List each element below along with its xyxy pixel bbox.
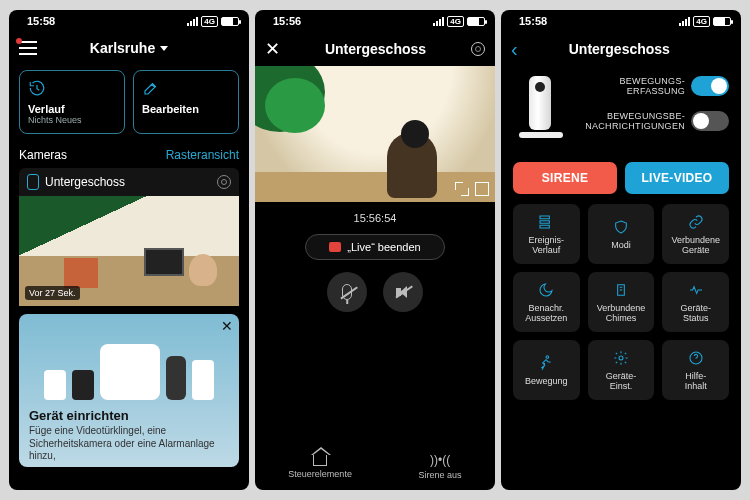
nav-controls-label: Steuerelemente: [288, 469, 352, 479]
gear-icon: [613, 350, 629, 366]
status-time: 15:58: [519, 15, 547, 27]
svg-point-0: [619, 356, 623, 360]
tile-help[interactable]: Hilfe- Inhalt: [662, 340, 729, 400]
mic-off-icon: [342, 284, 352, 300]
setup-promo-card[interactable]: ✕ Gerät einrichten Füge eine Videotürkli…: [19, 314, 239, 467]
tile-device-status[interactable]: Geräte- Status: [662, 272, 729, 332]
heartbeat-icon: [688, 282, 704, 298]
tile-label: Verbundene Chimes: [597, 303, 646, 323]
edit-icon: [142, 79, 230, 97]
nav-controls[interactable]: Steuerelemente: [288, 454, 352, 479]
camera-name: Untergeschoss: [45, 175, 125, 189]
live-video-button[interactable]: LIVE-VIDEO: [625, 162, 729, 194]
motion-detection-toggle[interactable]: BEWEGUNGS- ERFASSUNG: [577, 76, 729, 97]
tile-linked-devices[interactable]: Verbundene Geräte: [662, 204, 729, 264]
network-badge: 4G: [693, 16, 710, 27]
live-title: Untergeschoss: [325, 41, 426, 57]
history-icon: [538, 214, 554, 230]
tile-label: Hilfe- Inhalt: [685, 371, 707, 391]
running-icon: [538, 355, 554, 371]
nav-siren-label: Sirene aus: [419, 470, 462, 480]
tile-label: Modi: [611, 240, 631, 250]
stop-icon: [329, 242, 341, 252]
camera-header[interactable]: Untergeschoss: [19, 168, 239, 196]
promo-art: [29, 324, 229, 400]
end-live-label: „Live“ beenden: [347, 241, 420, 253]
bottom-nav: Steuerelemente ))•(( Sirene aus: [255, 446, 495, 486]
tile-label: Benachr. Aussetzen: [525, 303, 567, 323]
nav-siren[interactable]: ))•(( Sirene aus: [419, 453, 462, 480]
battery-icon: [467, 17, 485, 26]
status-bar: 15:58 4G: [501, 10, 741, 32]
settings-icon[interactable]: [471, 42, 485, 56]
history-label: Verlauf: [28, 103, 116, 115]
notification-dot: [16, 38, 22, 44]
tile-label: Verbundene Geräte: [671, 235, 720, 255]
signal-icon: [187, 17, 198, 26]
tile-event-history[interactable]: Ereignis- Verlauf: [513, 204, 580, 264]
history-tile[interactable]: Verlauf Nichts Neues: [19, 70, 125, 134]
link-icon: [688, 214, 704, 230]
screen-device-settings: 15:58 4G ‹ Untergeschoss BEWEGUNGS- ERFA…: [501, 10, 741, 490]
promo-title: Gerät einrichten: [29, 408, 229, 423]
promo-close-icon[interactable]: ✕: [221, 318, 233, 334]
live-timestamp: 15:56:54: [255, 212, 495, 224]
speaker-off-icon: [396, 286, 410, 298]
motion-notification-label: BEWEGUNGSBE- NACHRICHTIGUNGEN: [577, 111, 685, 132]
switch-on[interactable]: [691, 76, 729, 96]
end-live-button[interactable]: „Live“ beenden: [305, 234, 445, 260]
home-icon: [313, 454, 327, 466]
tile-motion[interactable]: Bewegung: [513, 340, 580, 400]
motion-notification-toggle[interactable]: BEWEGUNGSBE- NACHRICHTIGUNGEN: [577, 111, 729, 132]
fullscreen-icon[interactable]: [475, 182, 489, 196]
screen-live-view: 15:56 4G ✕ Untergeschoss 15:56:54 „Live“…: [255, 10, 495, 490]
tile-linked-chimes[interactable]: Verbundene Chimes: [588, 272, 655, 332]
network-badge: 4G: [201, 16, 218, 27]
history-icon: [28, 79, 116, 97]
menu-button[interactable]: [19, 41, 37, 55]
signal-icon: [679, 17, 690, 26]
moon-icon: [538, 282, 554, 298]
camera-preview[interactable]: Vor 27 Sek.: [19, 196, 239, 306]
edit-label: Bearbeiten: [142, 103, 230, 115]
device-title: Untergeschoss: [508, 41, 731, 57]
mute-mic-button[interactable]: [327, 272, 367, 312]
shield-icon: [613, 219, 629, 235]
switch-off[interactable]: [691, 111, 729, 131]
camera-settings-icon[interactable]: [217, 175, 231, 189]
pip-icon[interactable]: [455, 182, 469, 196]
status-time: 15:56: [273, 15, 301, 27]
close-button[interactable]: ✕: [265, 38, 280, 60]
edit-tile[interactable]: Bearbeiten: [133, 70, 239, 134]
tile-device-settings[interactable]: Geräte- Einst.: [588, 340, 655, 400]
battery-icon: [713, 17, 731, 26]
tile-label: Geräte- Einst.: [606, 371, 637, 391]
mute-speaker-button[interactable]: [383, 272, 423, 312]
question-icon: [688, 350, 704, 366]
preview-timestamp: Vor 27 Sek.: [25, 286, 80, 300]
network-badge: 4G: [447, 16, 464, 27]
tile-label: Ereignis- Verlauf: [529, 235, 565, 255]
grid-view-link[interactable]: Rasteransicht: [166, 148, 239, 162]
chime-icon: [613, 282, 629, 298]
battery-icon: [221, 17, 239, 26]
promo-text: Füge eine Videotürklingel, eine Sicherhe…: [29, 425, 229, 463]
tile-label: Geräte- Status: [680, 303, 711, 323]
cameras-heading: Kameras: [19, 148, 67, 162]
device-image: [513, 72, 569, 152]
siren-button[interactable]: SIRENE: [513, 162, 617, 194]
camera-icon: [27, 174, 39, 190]
tile-snooze-notif[interactable]: Benachr. Aussetzen: [513, 272, 580, 332]
chevron-down-icon: [160, 46, 168, 51]
tile-modes[interactable]: Modi: [588, 204, 655, 264]
live-video-feed[interactable]: [255, 66, 495, 202]
signal-icon: [433, 17, 444, 26]
siren-icon: ))•((: [430, 453, 450, 467]
screen-dashboard: 15:58 4G Karlsruhe Verlauf Nichts Neues: [9, 10, 249, 490]
tile-label: Bewegung: [525, 376, 568, 386]
status-bar: 15:56 4G: [255, 10, 495, 32]
history-sub: Nichts Neues: [28, 115, 116, 125]
location-label: Karlsruhe: [90, 40, 155, 56]
location-selector[interactable]: Karlsruhe: [90, 40, 168, 56]
motion-detection-label: BEWEGUNGS- ERFASSUNG: [577, 76, 685, 97]
